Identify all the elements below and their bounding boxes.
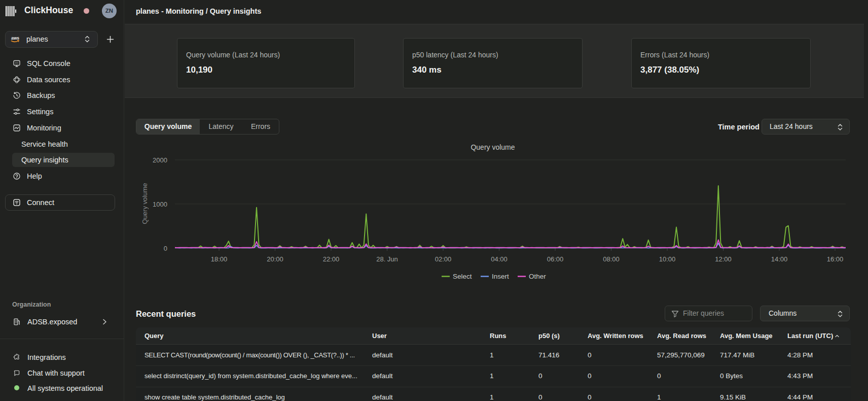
svg-text:Insert: Insert — [492, 273, 509, 280]
svg-text:1000: 1000 — [153, 201, 167, 208]
svg-text:2000: 2000 — [153, 156, 167, 164]
svg-text:10:00: 10:00 — [659, 255, 676, 263]
svg-text:04:00: 04:00 — [491, 255, 508, 263]
svg-text:14:00: 14:00 — [771, 255, 788, 263]
svg-text:0: 0 — [164, 245, 167, 252]
svg-text:Query volume: Query volume — [471, 143, 515, 151]
svg-text:12:00: 12:00 — [715, 255, 732, 263]
svg-text:Other: Other — [529, 273, 546, 280]
svg-text:Query volume: Query volume — [141, 183, 149, 224]
svg-text:20:00: 20:00 — [267, 255, 283, 263]
svg-text:16:00: 16:00 — [827, 255, 844, 263]
svg-text:18:00: 18:00 — [211, 255, 228, 263]
svg-text:02:00: 02:00 — [435, 255, 452, 263]
svg-text:08:00: 08:00 — [603, 255, 620, 263]
svg-text:22:00: 22:00 — [323, 255, 340, 263]
svg-text:06:00: 06:00 — [547, 255, 564, 263]
svg-text:28. Jun: 28. Jun — [376, 255, 398, 263]
svg-text:Select: Select — [453, 273, 472, 280]
